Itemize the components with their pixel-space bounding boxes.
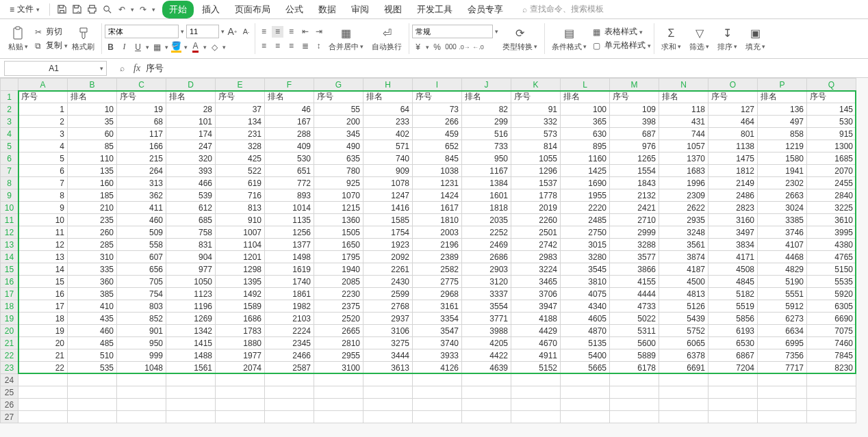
cell[interactable]: 序号 bbox=[413, 91, 462, 103]
cell[interactable]: 3613 bbox=[363, 362, 413, 374]
cell[interactable]: 310 bbox=[68, 251, 117, 263]
cell[interactable]: 6178 bbox=[610, 362, 659, 374]
cell[interactable]: 序号 bbox=[18, 91, 68, 103]
cell[interactable]: 1050 bbox=[166, 276, 216, 288]
cell[interactable]: 37 bbox=[216, 103, 265, 116]
cell[interactable]: 4340 bbox=[561, 300, 610, 313]
tab-layout[interactable]: 页面布局 bbox=[228, 1, 277, 18]
cell[interactable]: 4422 bbox=[462, 349, 511, 362]
row-header-25[interactable]: 25 bbox=[1, 386, 18, 399]
copy-button[interactable]: ⧉复制▾ bbox=[32, 40, 68, 51]
cell[interactable]: 1589 bbox=[216, 300, 265, 313]
cell[interactable]: 7204 bbox=[709, 362, 758, 374]
cell[interactable]: 801 bbox=[709, 128, 758, 140]
cell[interactable]: 1014 bbox=[265, 202, 314, 214]
cell[interactable]: 2968 bbox=[413, 288, 462, 300]
cell[interactable]: 509 bbox=[117, 226, 166, 239]
cell[interactable]: 4188 bbox=[511, 313, 561, 325]
cell[interactable]: 1377 bbox=[265, 239, 314, 251]
cell[interactable]: 895 bbox=[561, 140, 610, 153]
cell[interactable] bbox=[462, 411, 511, 423]
cell[interactable] bbox=[659, 411, 709, 423]
cell[interactable]: 2132 bbox=[610, 189, 659, 202]
cell[interactable]: 716 bbox=[216, 189, 265, 202]
cell[interactable] bbox=[117, 374, 166, 386]
fill-group[interactable]: ▣ 填充▾ bbox=[741, 19, 769, 58]
cell[interactable]: 1231 bbox=[413, 177, 462, 189]
search-fx-icon[interactable]: ⌕ bbox=[116, 62, 128, 74]
tab-insert[interactable]: 插入 bbox=[195, 1, 227, 18]
align-center-icon[interactable]: ≡ bbox=[272, 40, 283, 52]
cell[interactable]: 260 bbox=[68, 226, 117, 239]
cell[interactable]: 序号 bbox=[314, 91, 363, 103]
name-box[interactable]: A1 ▾ bbox=[4, 61, 107, 76]
cell[interactable]: 5 bbox=[18, 153, 68, 165]
cell[interactable]: 6273 bbox=[758, 313, 807, 325]
cell[interactable] bbox=[610, 374, 659, 386]
cell[interactable] bbox=[166, 411, 216, 423]
cell[interactable] bbox=[413, 411, 462, 423]
cell[interactable]: 4205 bbox=[462, 337, 511, 349]
cell[interactable]: 1601 bbox=[462, 189, 511, 202]
cell[interactable]: 915 bbox=[807, 128, 856, 140]
cell[interactable]: 2622 bbox=[659, 202, 709, 214]
cell[interactable]: 3106 bbox=[363, 325, 413, 337]
row-header-6[interactable]: 6 bbox=[1, 153, 18, 165]
cell[interactable]: 744 bbox=[659, 128, 709, 140]
command-search[interactable]: ⌕ 查找命令、搜索模板 bbox=[522, 3, 604, 15]
cell[interactable] bbox=[166, 399, 216, 411]
cell[interactable]: 4171 bbox=[709, 251, 758, 263]
orientation-icon[interactable]: ↕ bbox=[313, 40, 324, 52]
cell[interactable]: 185 bbox=[68, 189, 117, 202]
cell[interactable]: 3933 bbox=[413, 349, 462, 362]
merge-group[interactable]: ▦ 合并居中▾ bbox=[324, 19, 368, 58]
cell[interactable]: 1619 bbox=[265, 263, 314, 276]
cell[interactable]: 858 bbox=[758, 128, 807, 140]
cell[interactable]: 2768 bbox=[363, 300, 413, 313]
cell[interactable] bbox=[807, 374, 856, 386]
cell[interactable]: 排名 bbox=[265, 91, 314, 103]
row-header-4[interactable]: 4 bbox=[1, 128, 18, 140]
cell[interactable]: 3225 bbox=[807, 202, 856, 214]
cell[interactable]: 814 bbox=[511, 140, 561, 153]
cell[interactable]: 3995 bbox=[807, 226, 856, 239]
cell[interactable] bbox=[758, 399, 807, 411]
cell[interactable] bbox=[462, 374, 511, 386]
row-header-23[interactable]: 23 bbox=[1, 362, 18, 374]
cell[interactable]: 1561 bbox=[166, 362, 216, 374]
cell[interactable]: 82 bbox=[462, 103, 511, 116]
cell[interactable]: 136 bbox=[758, 103, 807, 116]
row-header-24[interactable]: 24 bbox=[1, 374, 18, 386]
save-icon[interactable] bbox=[55, 3, 68, 16]
cell[interactable]: 2085 bbox=[314, 276, 363, 288]
cell[interactable]: 435 bbox=[68, 313, 117, 325]
cell[interactable]: 1215 bbox=[314, 202, 363, 214]
cell[interactable]: 571 bbox=[363, 140, 413, 153]
cell[interactable]: 558 bbox=[117, 239, 166, 251]
cell[interactable]: 410 bbox=[68, 300, 117, 313]
cell[interactable]: 1269 bbox=[166, 313, 216, 325]
cell[interactable]: 11 bbox=[18, 226, 68, 239]
cell[interactable]: 6193 bbox=[709, 325, 758, 337]
cell[interactable]: 60 bbox=[68, 128, 117, 140]
tab-start[interactable]: 开始 bbox=[162, 1, 194, 18]
cell[interactable]: 4508 bbox=[709, 263, 758, 276]
cell[interactable]: 2501 bbox=[511, 226, 561, 239]
cell[interactable]: 2003 bbox=[413, 226, 462, 239]
decrease-decimal-icon[interactable]: ←.0 bbox=[472, 41, 484, 53]
cell[interactable]: 4733 bbox=[610, 300, 659, 313]
cell[interactable]: 排名 bbox=[758, 91, 807, 103]
cell[interactable] bbox=[561, 411, 610, 423]
row-header-18[interactable]: 18 bbox=[1, 300, 18, 313]
cell[interactable]: 705 bbox=[117, 276, 166, 288]
chevron-down-icon[interactable]: ▾ bbox=[222, 44, 226, 51]
align-bottom-icon[interactable]: ≡ bbox=[285, 26, 297, 38]
chevron-down-icon[interactable]: ▾ bbox=[165, 44, 168, 51]
cell[interactable] bbox=[511, 411, 561, 423]
cell[interactable]: 4829 bbox=[758, 263, 807, 276]
cell[interactable]: 4500 bbox=[659, 276, 709, 288]
cell[interactable] bbox=[68, 386, 117, 399]
row-header-22[interactable]: 22 bbox=[1, 349, 18, 362]
cell[interactable]: 365 bbox=[561, 116, 610, 128]
cell[interactable]: 序号 bbox=[709, 91, 758, 103]
